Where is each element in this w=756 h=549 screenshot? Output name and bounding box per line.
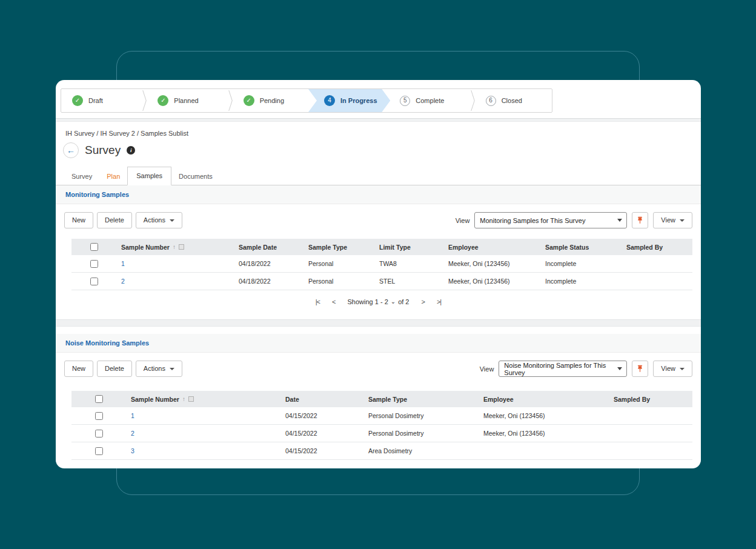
- sample-number-link[interactable]: 2: [131, 430, 134, 437]
- step-label: Planned: [174, 97, 198, 104]
- cell-sample-type: Area Dosimetry: [363, 447, 479, 454]
- row-checkbox[interactable]: [95, 430, 103, 438]
- delete-button[interactable]: Delete: [97, 361, 132, 377]
- pin-icon: [636, 216, 644, 224]
- breadcrumb[interactable]: IH Survey / IH Survey 2 / Samples Sublis…: [56, 122, 701, 137]
- row-checkbox[interactable]: [95, 412, 103, 420]
- view-menu-button[interactable]: View: [653, 361, 692, 377]
- survey-window: ✓ Draft ✓ Planned ✓ Pending 4 In Progres…: [56, 80, 701, 468]
- pin-view-button[interactable]: [632, 212, 648, 228]
- row-checkbox-cell: [71, 278, 116, 285]
- sort-asc-icon: ↑: [173, 244, 176, 250]
- step-complete[interactable]: 5 Complete: [389, 89, 466, 112]
- row-checkbox[interactable]: [90, 278, 98, 285]
- noise-toolbar: New Delete Actions View Noise Monitoring…: [56, 353, 701, 385]
- next-page-icon[interactable]: >: [422, 298, 425, 305]
- back-button[interactable]: ←: [63, 142, 79, 158]
- select-all-checkbox[interactable]: [95, 395, 103, 403]
- select-all-checkbox[interactable]: [90, 243, 98, 251]
- step-separator-icon: [466, 90, 475, 111]
- actions-button-label: Actions: [144, 365, 165, 373]
- step-separator-icon: [138, 90, 147, 111]
- actions-button[interactable]: Actions: [136, 361, 182, 377]
- column-header-employee[interactable]: Employee: [479, 396, 609, 403]
- first-page-icon[interactable]: |<: [316, 298, 320, 305]
- new-button[interactable]: New: [64, 212, 93, 228]
- view-select-value: Monitoring Samples for This Survey: [480, 217, 585, 224]
- column-header-sample-number[interactable]: Sample Number ↑: [116, 244, 234, 251]
- row-checkbox-cell: [71, 412, 126, 420]
- column-header-sample-type[interactable]: Sample Type: [303, 244, 374, 251]
- tab-samples[interactable]: Samples: [127, 167, 171, 185]
- cell-limit-type: TWA8: [374, 260, 443, 267]
- chevron-down-icon: [617, 367, 622, 370]
- column-header-sampled-by[interactable]: Sampled By: [622, 244, 692, 251]
- column-menu-icon[interactable]: [188, 396, 194, 402]
- step-planned[interactable]: ✓ Planned: [147, 89, 224, 112]
- view-select[interactable]: Noise Monitoring Samples for This Survey: [499, 361, 627, 377]
- column-header-date[interactable]: Date: [280, 396, 363, 403]
- tab-survey[interactable]: Survey: [64, 168, 99, 185]
- sample-number-link[interactable]: 1: [131, 412, 134, 419]
- column-header-limit-type[interactable]: Limit Type: [374, 244, 443, 251]
- column-header-sample-date[interactable]: Sample Date: [234, 244, 303, 251]
- view-select[interactable]: Monitoring Samples for This Survey: [474, 212, 627, 228]
- chevron-down-icon: ⌄: [391, 300, 396, 304]
- step-draft[interactable]: ✓ Draft: [61, 89, 138, 112]
- row-checkbox-cell: [71, 430, 126, 438]
- showing-range-dropdown[interactable]: Showing 1 - 2 ⌄ of 2: [347, 298, 409, 305]
- cell-limit-type: STEL: [374, 278, 443, 285]
- check-icon: ✓: [72, 95, 83, 106]
- step-in-progress[interactable]: 4 In Progress: [308, 89, 390, 112]
- delete-button[interactable]: Delete: [97, 212, 132, 228]
- table-row: 2 04/18/2022 Personal STEL Meeker, Oni (…: [71, 273, 692, 290]
- actions-button-label: Actions: [144, 216, 165, 224]
- column-header-sampled-by[interactable]: Sampled By: [609, 396, 692, 403]
- row-checkbox[interactable]: [95, 447, 103, 455]
- view-menu-label: View: [661, 216, 675, 224]
- section-title-monitoring-samples: Monitoring Samples: [56, 185, 701, 204]
- tab-bar: Survey Plan Samples Documents: [56, 166, 701, 185]
- table-row: 1 04/15/2022 Personal Dosimetry Meeker, …: [71, 407, 692, 425]
- step-label: In Progress: [340, 97, 377, 104]
- sample-number-link[interactable]: 1: [121, 260, 125, 267]
- sample-number-link[interactable]: 3: [131, 447, 134, 454]
- section-divider: [56, 319, 701, 327]
- step-label: Complete: [416, 97, 444, 104]
- column-header-sample-type[interactable]: Sample Type: [363, 396, 479, 403]
- column-header-sample-number[interactable]: Sample Number ↑: [126, 396, 280, 403]
- step-pending[interactable]: ✓ Pending: [233, 89, 310, 112]
- cell-sample-date: 04/18/2022: [234, 278, 303, 285]
- new-button[interactable]: New: [64, 361, 93, 377]
- previous-page-icon[interactable]: <: [332, 298, 335, 305]
- actions-button[interactable]: Actions: [136, 212, 182, 228]
- row-checkbox-cell: [71, 447, 126, 455]
- monitoring-view-controls: View Monitoring Samples for This Survey …: [456, 212, 692, 228]
- row-checkbox[interactable]: [90, 260, 98, 268]
- cell-sample-status: Incomplete: [540, 260, 622, 267]
- step-label: Draft: [88, 97, 103, 104]
- cell-sample-status: Incomplete: [540, 278, 622, 285]
- view-menu-button[interactable]: View: [653, 212, 692, 228]
- step-number-badge: 4: [324, 95, 335, 106]
- chevron-down-icon: [170, 219, 174, 222]
- column-header-sample-status[interactable]: Sample Status: [540, 244, 622, 251]
- cell-sample-type: Personal: [303, 278, 374, 285]
- cell-employee: Meeker, Oni (123456): [443, 278, 540, 285]
- cell-sample-date: 04/18/2022: [234, 260, 303, 267]
- column-header-employee[interactable]: Employee: [443, 244, 540, 251]
- table-row: 2 04/15/2022 Personal Dosimetry Meeker, …: [71, 425, 692, 442]
- step-closed[interactable]: 6 Closed: [475, 89, 552, 112]
- column-menu-icon[interactable]: [179, 244, 184, 250]
- pin-view-button[interactable]: [632, 361, 648, 377]
- table-header-row: Sample Number ↑ Date Sample Type Employe…: [71, 391, 692, 407]
- table-row: 3 04/15/2022 Area Dosimetry: [71, 442, 692, 460]
- tab-plan[interactable]: Plan: [99, 168, 127, 185]
- tab-documents[interactable]: Documents: [171, 168, 220, 185]
- noise-samples-table: Sample Number ↑ Date Sample Type Employe…: [71, 391, 692, 460]
- chevron-down-icon: [680, 368, 685, 370]
- sample-number-link[interactable]: 2: [121, 278, 125, 285]
- last-page-icon[interactable]: >|: [437, 298, 441, 305]
- chevron-down-icon: [170, 368, 174, 370]
- info-icon[interactable]: i: [127, 146, 135, 155]
